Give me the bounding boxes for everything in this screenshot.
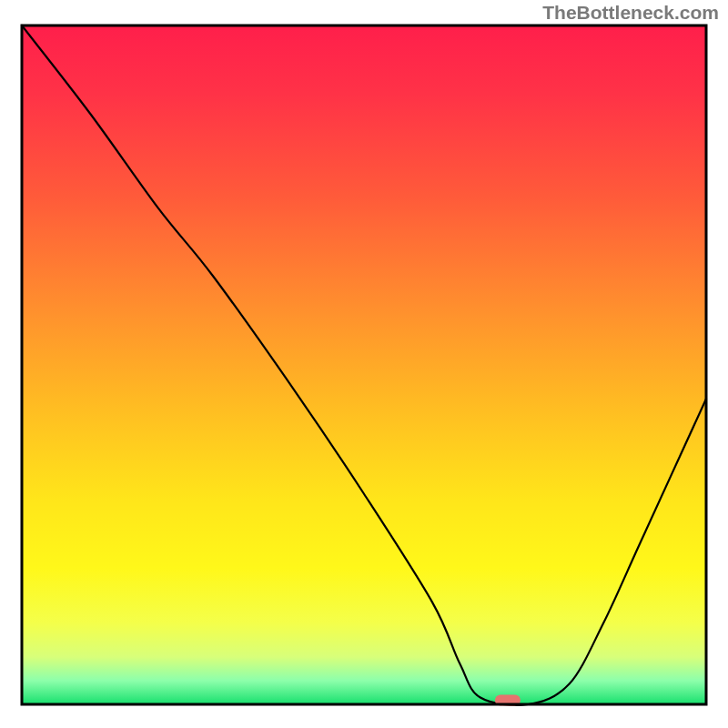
plot-background bbox=[22, 25, 706, 704]
chart-svg bbox=[0, 0, 728, 728]
chart-container: TheBottleneck.com bbox=[0, 0, 728, 728]
watermark-text: TheBottleneck.com bbox=[542, 2, 719, 24]
